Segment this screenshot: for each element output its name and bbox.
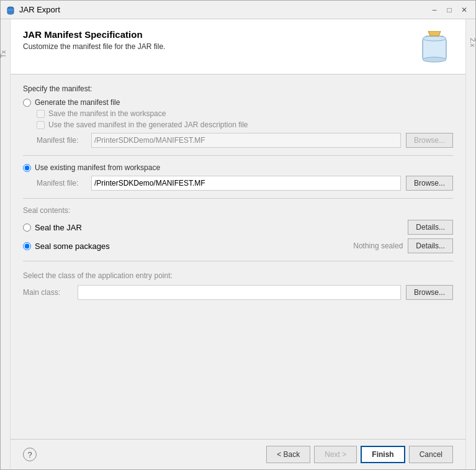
seal-packages-radio[interactable] <box>23 242 31 250</box>
generate-browse-button[interactable]: Browse... <box>406 133 453 148</box>
header-text: JAR Manifest Specification Customize the… <box>23 29 165 51</box>
save-manifest-checkbox[interactable] <box>37 110 45 118</box>
cancel-button[interactable]: Cancel <box>409 446 453 463</box>
page-title: JAR Manifest Specification <box>23 29 165 40</box>
generate-options-group: Save the manifest in the workspace Use t… <box>37 109 453 129</box>
seal-contents-label: Seal contents: <box>23 206 453 215</box>
specify-manifest-label: Specify the manifest: <box>23 84 453 93</box>
window-title: JAR Export <box>19 5 60 14</box>
existing-manifest-file-input[interactable] <box>91 176 401 191</box>
seal-packages-details-button[interactable]: Details... <box>408 238 453 253</box>
right-strip-text: 2.x <box>469 38 475 47</box>
footer-buttons: < Back Next > Finish Cancel <box>266 446 453 463</box>
svg-point-2 <box>7 12 14 14</box>
content-area: Tx JAR Manifest Specification Customize … <box>1 19 475 469</box>
main-class-label: Main class: <box>23 288 73 297</box>
main-panel: JAR Manifest Specification Customize the… <box>11 19 465 469</box>
main-window: JAR Export – □ ✕ Tx JAR Manifest Specifi… <box>0 0 476 470</box>
header-section: JAR Manifest Specification Customize the… <box>11 19 465 75</box>
svg-marker-8 <box>428 31 441 36</box>
title-bar: JAR Export – □ ✕ <box>1 1 475 19</box>
seal-packages-right: Nothing sealed Details... <box>353 238 453 253</box>
main-class-input[interactable] <box>78 285 401 300</box>
title-bar-left: JAR Export <box>6 5 60 15</box>
generate-manifest-row: Generate the manifest file <box>23 98 453 107</box>
use-saved-label: Use the saved manifest in the generated … <box>48 120 248 129</box>
seal-packages-label: Seal some packages <box>35 242 110 251</box>
use-saved-row: Use the saved manifest in the generated … <box>37 120 453 129</box>
generate-manifest-file-input[interactable] <box>91 133 401 148</box>
nothing-sealed-text: Nothing sealed <box>353 242 403 250</box>
main-class-section: Select the class of the application entr… <box>23 271 453 300</box>
save-manifest-row: Save the manifest in the workspace <box>37 109 453 118</box>
next-button[interactable]: Next > <box>314 446 357 463</box>
divider <box>23 155 453 156</box>
finish-button[interactable]: Finish <box>361 446 405 463</box>
use-existing-row: Use existing manifest from workspace <box>23 163 453 172</box>
seal-jar-label: Seal the JAR <box>35 223 82 232</box>
generate-manifest-radio[interactable] <box>23 99 31 107</box>
seal-packages-left: Seal some packages <box>23 242 110 251</box>
existing-browse-button[interactable]: Browse... <box>406 176 453 191</box>
seal-jar-right: Details... <box>408 220 453 235</box>
help-label: ? <box>27 450 32 459</box>
page-subtitle: Customize the manifest file for the JAR … <box>23 42 165 51</box>
left-strip-text: Tx <box>1 50 7 58</box>
minimize-button[interactable]: – <box>428 4 441 16</box>
existing-manifest-file-row: Manifest file: Browse... <box>37 176 453 191</box>
right-strip: 2.x <box>465 19 475 469</box>
main-class-section-label: Select the class of the application entr… <box>23 271 453 280</box>
existing-manifest-file-label: Manifest file: <box>37 179 86 188</box>
footer-section: ? < Back Next > Finish Cancel <box>11 439 465 469</box>
body-section: Specify the manifest: Generate the manif… <box>11 75 465 439</box>
seal-divider <box>23 198 453 199</box>
svg-point-5 <box>423 36 446 41</box>
main-class-row: Main class: Browse... <box>23 285 453 300</box>
seal-jar-radio[interactable] <box>23 224 31 232</box>
generate-manifest-file-label: Manifest file: <box>37 136 86 145</box>
generate-manifest-file-row: Manifest file: Browse... <box>37 133 453 148</box>
left-strip: Tx <box>1 19 11 469</box>
header-icon-container <box>416 29 453 66</box>
use-saved-checkbox[interactable] <box>37 121 45 129</box>
svg-rect-4 <box>423 38 446 60</box>
generate-manifest-label: Generate the manifest file <box>35 98 120 107</box>
seal-packages-row: Seal some packages Nothing sealed Detail… <box>23 238 453 253</box>
seal-jar-left: Seal the JAR <box>23 223 82 232</box>
save-manifest-label: Save the manifest in the workspace <box>48 109 166 118</box>
svg-point-6 <box>423 57 446 62</box>
jar-illustration-icon <box>419 31 450 65</box>
main-class-divider <box>23 261 453 261</box>
use-existing-label: Use existing manifest from workspace <box>35 163 160 172</box>
help-button[interactable]: ? <box>23 448 37 461</box>
use-existing-radio[interactable] <box>23 164 31 172</box>
back-button[interactable]: < Back <box>266 446 310 463</box>
maximize-button[interactable]: □ <box>443 4 456 16</box>
seal-jar-details-button[interactable]: Details... <box>408 220 453 235</box>
seal-jar-row: Seal the JAR Details... <box>23 220 453 235</box>
jar-icon <box>6 5 16 15</box>
title-bar-controls: – □ ✕ <box>428 4 470 16</box>
main-class-browse-button[interactable]: Browse... <box>406 285 453 300</box>
seal-section: Seal contents: Seal the JAR Details... <box>23 206 453 253</box>
close-button[interactable]: ✕ <box>458 4 470 16</box>
